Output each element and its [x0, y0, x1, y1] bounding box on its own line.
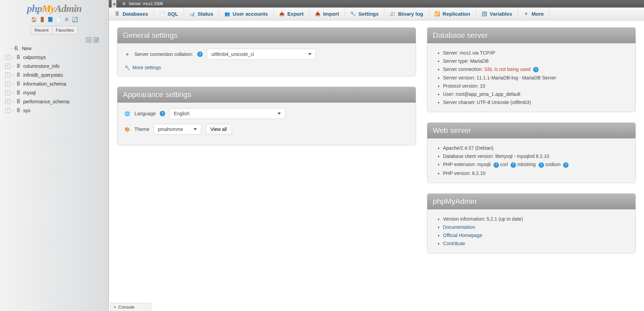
console-toggle[interactable]: ▪ Console: [110, 303, 151, 311]
theme-label: Theme: [134, 127, 149, 132]
help-icon[interactable]: [563, 162, 569, 168]
pma-link[interactable]: Documentation: [443, 224, 475, 230]
panel-title: Web server: [427, 123, 635, 138]
collation-select[interactable]: utf8mb4_unicode_ci: [207, 49, 316, 60]
view-all-themes-button[interactable]: View all: [205, 124, 232, 135]
tab-icon: 👥: [225, 11, 230, 17]
language-icon: 🌐: [124, 110, 130, 117]
phpmyadmin-panel: phpMyAdmin Version information: 5.2.1 (u…: [427, 193, 636, 253]
tree-new-database[interactable]: 🗄 New: [5, 44, 106, 53]
tab-icon: 🗄: [114, 11, 120, 17]
nav-settings-icon[interactable]: ⚙: [63, 16, 70, 23]
database-icon: 🗄: [16, 99, 21, 104]
tab-recent[interactable]: Recent: [31, 26, 52, 34]
collapse-tree-icon[interactable]: −: [86, 37, 91, 43]
tab-label: Import: [323, 11, 339, 17]
help-icon[interactable]: [539, 162, 544, 168]
help-icon[interactable]: [160, 111, 165, 116]
appearance-settings-panel: Appearance settings 🌐 Language English 🎨…: [117, 87, 416, 145]
general-settings-panel: General settings ≡ Server connection col…: [117, 27, 416, 76]
collation-icon: ≡: [124, 51, 130, 57]
expand-icon[interactable]: +: [5, 99, 10, 104]
protocol-version: Protocol version: 10: [443, 82, 629, 90]
php-ext-name: curl: [499, 162, 509, 167]
expand-icon[interactable]: +: [5, 82, 10, 86]
docs-icon[interactable]: 📘: [47, 16, 53, 23]
expand-icon[interactable]: +: [5, 108, 10, 113]
language-select[interactable]: English: [169, 108, 285, 119]
tree-database[interactable]: +🗄performance_schema: [5, 97, 106, 106]
database-icon: 🗄: [16, 108, 21, 113]
database-icon: 🗄: [16, 63, 21, 69]
phpmyadmin-logo[interactable]: phpMyAdmin: [27, 3, 82, 14]
tab-settings[interactable]: 🔧Settings: [345, 8, 384, 20]
help-icon[interactable]: [533, 67, 539, 72]
web-server-panel: Web server Apache/2.4.57 (Debian) Databa…: [427, 122, 636, 183]
collapse-sidebar-icon[interactable]: ◀: [112, 0, 116, 8]
tab-label: SQL: [168, 11, 178, 17]
tab-import[interactable]: 📥Import: [310, 8, 345, 20]
expand-icon[interactable]: +: [5, 55, 10, 60]
pma-link-item: Contribute: [443, 239, 629, 248]
tab-variables[interactable]: 🔣Variables: [476, 8, 518, 20]
theme-icon: 🎨: [124, 126, 130, 132]
reload-icon[interactable]: 🔄: [72, 16, 78, 23]
php-ext-name: mysqli: [477, 162, 492, 167]
theme-select[interactable]: pmahomme: [154, 124, 201, 135]
tab-favorites[interactable]: Favorites: [52, 26, 77, 34]
help-icon[interactable]: [493, 162, 499, 168]
logout-icon[interactable]: 🚪: [39, 16, 45, 23]
server-info: Server: mcs1 via TCP/IP: [443, 49, 629, 57]
link-tree-icon[interactable]: 🔗: [94, 37, 99, 43]
database-label: performance_schema: [23, 99, 69, 104]
tab-icon: 📥: [315, 11, 320, 17]
tab-label: Databases: [123, 11, 148, 17]
php-ext-name: mbstring: [516, 162, 537, 167]
server-version: Server version: 11.1.1-MariaDB-log - Mar…: [443, 74, 629, 82]
home-icon[interactable]: 🏠: [31, 16, 37, 23]
collation-label: Server connection collation:: [134, 51, 193, 57]
help-icon[interactable]: [197, 51, 203, 57]
pma-link[interactable]: Official Homepage: [443, 233, 482, 238]
tab-icon: 🔁: [434, 11, 440, 17]
help-icon[interactable]: [511, 162, 516, 168]
server-type: Server type: MariaDB: [443, 57, 629, 65]
tree-database[interactable]: +🗄sys: [5, 106, 106, 115]
tab-label: Replication: [443, 11, 470, 17]
recent-favorites-tabs: Recent Favorites: [31, 26, 78, 34]
panel-title: phpMyAdmin: [427, 194, 635, 209]
tree-database[interactable]: +🗄mysql: [5, 88, 106, 97]
more-settings-link[interactable]: 🔧 More settings: [124, 64, 409, 71]
tab-icon: 📤: [279, 11, 285, 17]
expand-icon[interactable]: +: [5, 64, 10, 69]
panel-title: Appearance settings: [117, 87, 416, 103]
tab-more[interactable]: ▼More: [518, 8, 550, 20]
sql-docs-icon[interactable]: 📄: [55, 16, 61, 23]
version-info: Version information: 5.2.1 (up to date): [443, 215, 629, 223]
tab-export[interactable]: 📤Export: [274, 8, 310, 20]
tree-database[interactable]: +🗄calpontsys: [5, 53, 106, 62]
database-label: infinidb_querystats: [23, 72, 63, 78]
database-label: mysql: [23, 90, 36, 95]
tab-databases[interactable]: 🗄Databases: [109, 8, 154, 20]
tree-database[interactable]: +🗄information_schema: [5, 79, 106, 88]
pma-link[interactable]: Contribute: [443, 241, 465, 246]
expand-icon[interactable]: +: [5, 73, 10, 77]
tab-icon: 📄: [159, 11, 165, 17]
database-tree: 🗄 New +🗄calpontsys+🗄columnstore_info+🗄in…: [0, 44, 109, 115]
tab-replication[interactable]: 🔁Replication: [429, 8, 476, 20]
navigation-sidebar: phpMyAdmin 🏠 🚪 📘 📄 ⚙ 🔄 Recent Favorites …: [0, 0, 109, 311]
tree-database[interactable]: +🗄columnstore_info: [5, 62, 106, 71]
tab-binary-log[interactable]: 📰Binary log: [384, 8, 429, 20]
tab-user-accounts[interactable]: 👥User accounts: [219, 8, 274, 20]
tab-sql[interactable]: 📄SQL: [154, 8, 184, 20]
expand-icon[interactable]: +: [5, 90, 10, 95]
tab-icon: ▼: [524, 11, 529, 17]
tab-status[interactable]: 📊Status: [184, 8, 219, 20]
tree-database[interactable]: +🗄infinidb_querystats: [5, 71, 106, 79]
php-ext-name: sodium: [544, 162, 562, 167]
server-breadcrumb[interactable]: Server: mcs1:3306: [129, 1, 163, 6]
ssl-warning-link[interactable]: SSL is not being used: [484, 66, 531, 72]
database-icon: 🗄: [16, 55, 21, 60]
php-extension: PHP extension: mysqli curl mbstring sodi…: [443, 160, 629, 169]
